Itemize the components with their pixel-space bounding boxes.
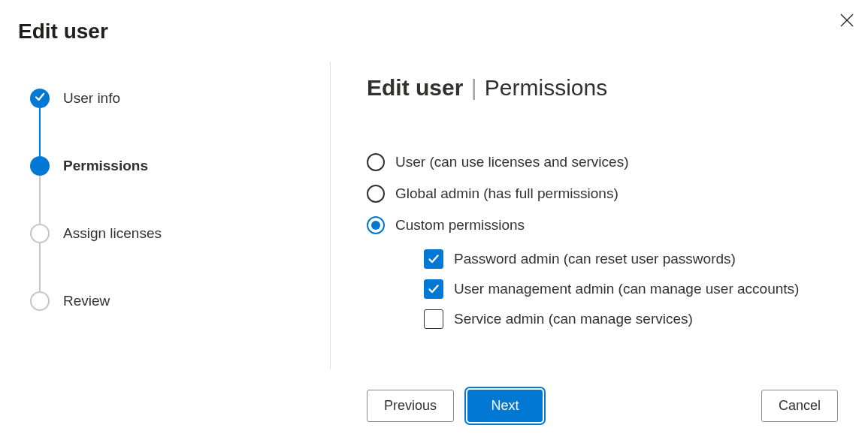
dialog-title: Edit user: [18, 20, 853, 44]
edit-user-dialog: Edit user User info: [0, 0, 868, 446]
step-label: Permissions: [63, 156, 148, 176]
content-panel: Edit user | Permissions User (can use li…: [331, 62, 853, 422]
step-permissions[interactable]: Permissions: [30, 156, 330, 224]
radio-label: User (can use licenses and services): [395, 154, 628, 170]
step-label: Review: [63, 291, 110, 311]
checkbox-password-admin[interactable]: Password admin (can reset user passwords…: [424, 249, 838, 269]
radio-icon: [367, 185, 385, 203]
step-user-info[interactable]: User info: [30, 89, 330, 156]
radio-custom-permissions[interactable]: Custom permissions: [367, 216, 838, 234]
next-button[interactable]: Next: [467, 390, 543, 422]
step-review[interactable]: Review: [30, 291, 330, 311]
previous-button[interactable]: Previous: [367, 390, 454, 422]
radio-icon: [367, 153, 385, 171]
content-title-strong: Edit user: [367, 75, 463, 100]
checkbox-icon: [424, 249, 443, 269]
cancel-button[interactable]: Cancel: [761, 390, 838, 422]
close-button[interactable]: [836, 11, 857, 32]
step-connector: [39, 176, 41, 224]
radio-label: Custom permissions: [395, 217, 525, 234]
checkbox-service-admin[interactable]: Service admin (can manage services): [424, 309, 838, 329]
radio-icon: [367, 216, 385, 234]
content-title-rest: Permissions: [485, 75, 607, 100]
checkbox-label: Password admin (can reset user passwords…: [454, 251, 736, 267]
checkbox-label: Service admin (can manage services): [454, 311, 693, 327]
content-title: Edit user | Permissions: [367, 75, 838, 101]
close-icon: [840, 14, 854, 29]
check-icon: [35, 92, 45, 105]
checkbox-label: User management admin (can manage user a…: [454, 281, 799, 297]
step-indicator-upcoming: [30, 291, 50, 311]
dialog-footer: Previous Next Cancel: [367, 367, 838, 422]
step-indicator-upcoming: [30, 224, 50, 243]
radio-label: Global admin (has full permissions): [395, 185, 618, 202]
checkbox-user-management-admin[interactable]: User management admin (can manage user a…: [424, 279, 838, 299]
radio-global-admin[interactable]: Global admin (has full permissions): [367, 185, 838, 203]
wizard-stepper: User info Permissions Assign licenses Re…: [15, 62, 331, 369]
step-assign-licenses[interactable]: Assign licenses: [30, 224, 330, 291]
step-indicator-completed: [30, 89, 50, 108]
step-connector: [39, 243, 41, 291]
checkbox-icon: [424, 309, 443, 329]
checkbox-icon: [424, 279, 443, 299]
radio-user[interactable]: User (can use licenses and services): [367, 153, 838, 171]
dialog-body: User info Permissions Assign licenses Re…: [15, 62, 853, 422]
custom-permission-suboptions: Password admin (can reset user passwords…: [424, 249, 838, 329]
content-title-divider: |: [471, 75, 477, 100]
step-label: User info: [63, 89, 120, 108]
step-indicator-active: [30, 156, 50, 176]
step-label: Assign licenses: [63, 224, 162, 243]
step-connector: [39, 108, 41, 156]
permission-options: User (can use licenses and services) Glo…: [367, 153, 838, 329]
